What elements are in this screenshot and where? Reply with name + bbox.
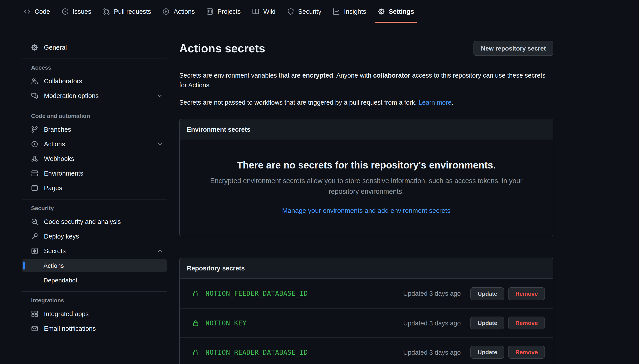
git-branch-icon [31, 126, 38, 133]
box-header-title: Repository secrets [187, 265, 546, 272]
box-header-title: Environment secrets [187, 126, 546, 133]
lock-icon [192, 320, 199, 327]
sidebar-divider [22, 199, 167, 200]
git-pull-request-icon [103, 8, 110, 15]
sidebar-item-deploy-keys[interactable]: Deploy keys [22, 230, 167, 243]
mail-icon [31, 325, 38, 332]
active-indicator [23, 262, 25, 270]
tab-security[interactable]: Security [281, 0, 327, 22]
graph-icon [333, 8, 340, 15]
secret-row: NOTION_KEY Updated 3 days ago Update Rem… [180, 308, 553, 338]
sidebar-item-label: Collaborators [44, 78, 82, 85]
sidebar-item-moderation-options[interactable]: Moderation options [22, 89, 167, 102]
secret-row: NOTION_FEEDER_DATABASE_ID Updated 3 days… [180, 279, 553, 308]
secret-name: NOTION_KEY [205, 319, 246, 327]
main-content: Actions secrets New repository secret Se… [179, 41, 553, 364]
sidebar-item-label: Webhooks [44, 155, 74, 162]
secret-updated: Updated 3 days ago [403, 290, 461, 297]
lock-icon [192, 349, 199, 356]
tab-actions[interactable]: Actions [157, 0, 201, 22]
tab-label: Settings [389, 8, 414, 15]
play-icon [163, 8, 170, 15]
lock-icon [192, 290, 199, 297]
environment-secrets-header: Environment secrets [180, 120, 553, 140]
remove-secret-button[interactable]: Remove [508, 287, 545, 300]
chevron-up-icon [156, 248, 163, 254]
tab-label: Security [298, 8, 322, 15]
new-repository-secret-button[interactable]: New repository secret [473, 41, 553, 56]
sidebar-subitem-actions[interactable]: Actions [22, 259, 167, 272]
browser-icon [31, 184, 38, 192]
tab-issues[interactable]: Issues [56, 0, 97, 22]
tab-code[interactable]: Code [18, 0, 56, 22]
gear-icon [31, 44, 38, 51]
remove-secret-button[interactable]: Remove [508, 346, 545, 359]
sidebar-subitem-label: Dependabot [44, 277, 77, 284]
sidebar-item-general[interactable]: General [22, 41, 167, 54]
apps-icon [31, 310, 38, 318]
code-icon [24, 8, 31, 15]
tab-label: Insights [344, 8, 366, 15]
sidebar-subitem-dependabot[interactable]: Dependabot [22, 274, 167, 287]
sidebar-subitem-label: Actions [44, 262, 64, 269]
sidebar-section-header: Code and automation [22, 112, 167, 119]
sidebar-item-webhooks[interactable]: Webhooks [22, 152, 167, 165]
sidebar-item-label: Code security and analysis [44, 218, 121, 225]
sidebar-section-header: Security [22, 205, 167, 212]
manage-environments-link[interactable]: Manage your environments and add environ… [282, 207, 451, 214]
update-secret-button[interactable]: Update [471, 346, 504, 359]
sidebar-item-secrets[interactable]: Secrets [22, 244, 167, 258]
shield-icon [287, 8, 294, 15]
sidebar-section-header: Access [22, 64, 167, 71]
sidebar-item-integrated-apps[interactable]: Integrated apps [22, 307, 167, 320]
play-icon [31, 140, 38, 148]
sidebar-item-collaborators[interactable]: Collaborators [22, 74, 167, 88]
intro-paragraph-1: Secrets are environment variables that a… [179, 70, 553, 90]
sidebar-item-email-notifications[interactable]: Email notifications [22, 322, 167, 335]
sidebar-item-pages[interactable]: Pages [22, 181, 167, 195]
tab-projects[interactable]: Projects [201, 0, 246, 22]
remove-secret-button[interactable]: Remove [508, 317, 545, 330]
update-secret-button[interactable]: Update [471, 317, 504, 330]
sidebar-item-code-security[interactable]: Code security and analysis [22, 215, 167, 228]
sidebar-item-label: Deploy keys [44, 233, 79, 240]
sidebar-item-label: Email notifications [44, 325, 96, 332]
tab-label: Code [35, 8, 50, 15]
sidebar-item-actions[interactable]: Actions [22, 138, 167, 151]
intro-text: Secrets are environment variables that a… [179, 72, 302, 79]
sidebar-item-label: Branches [44, 126, 71, 133]
key-asterisk-icon [31, 248, 38, 254]
repository-secrets-box: Repository secrets NOTION_FEEDER_DATABAS… [179, 258, 553, 364]
webhook-icon [31, 155, 38, 162]
issue-opened-icon [62, 8, 69, 15]
environment-secrets-empty-state: There are no secrets for this repository… [180, 140, 553, 236]
tab-label: Projects [217, 8, 241, 15]
project-icon [206, 8, 213, 15]
gear-icon [378, 8, 385, 15]
secret-name: NOTION_FEEDER_DATABASE_ID [205, 290, 308, 298]
intro-bold-encrypted: encrypted [302, 72, 333, 79]
secret-updated: Updated 3 days ago [403, 320, 461, 327]
sidebar-item-label: Integrated apps [44, 310, 89, 318]
tab-label: Wiki [263, 8, 275, 15]
tab-pull-requests[interactable]: Pull requests [97, 0, 157, 22]
repository-secrets-list: NOTION_FEEDER_DATABASE_ID Updated 3 days… [180, 279, 553, 364]
codescan-icon [31, 218, 38, 225]
repo-nav: Code Issues Pull requests Actions Projec… [0, 0, 639, 23]
update-secret-button[interactable]: Update [471, 287, 504, 300]
sidebar-item-branches[interactable]: Branches [22, 123, 167, 136]
intro-text: . Anyone with [333, 72, 373, 79]
tab-label: Actions [174, 8, 195, 15]
tab-settings[interactable]: Settings [372, 0, 420, 22]
sidebar-item-label: Environments [44, 170, 83, 177]
tab-wiki[interactable]: Wiki [246, 0, 281, 22]
chevron-down-icon [156, 92, 163, 99]
sidebar-item-environments[interactable]: Environments [22, 167, 167, 180]
intro-text: . [452, 99, 453, 106]
learn-more-link[interactable]: Learn more [419, 99, 451, 106]
tab-insights[interactable]: Insights [327, 0, 372, 22]
environment-secrets-box: Environment secrets There are no secrets… [179, 119, 553, 236]
sidebar-item-label: Moderation options [44, 92, 99, 99]
sidebar-divider [22, 291, 167, 292]
people-icon [31, 78, 38, 85]
